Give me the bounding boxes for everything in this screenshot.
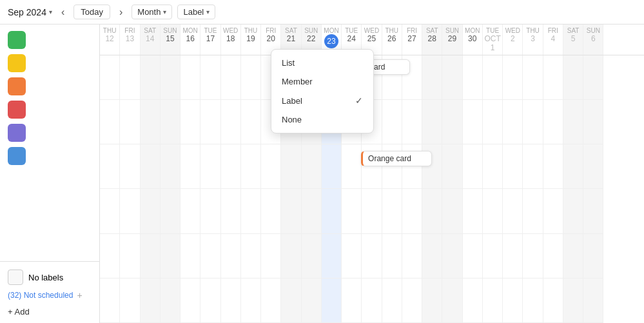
grid-cell[interactable] [563, 234, 583, 279]
grid-cell[interactable] [583, 189, 603, 233]
grid-cell[interactable] [100, 144, 120, 189]
label-item[interactable] [8, 54, 92, 72]
label-item[interactable] [8, 124, 92, 142]
grid-cell[interactable] [503, 279, 523, 323]
grid-cell[interactable] [181, 55, 200, 100]
grid-cell[interactable] [503, 100, 523, 144]
grid-cell[interactable] [342, 279, 362, 323]
grid-cell[interactable] [503, 234, 523, 279]
grid-cell[interactable] [322, 279, 342, 323]
grid-cell[interactable] [382, 189, 402, 233]
grid-cell[interactable] [463, 234, 483, 279]
grid-cell[interactable] [463, 144, 483, 189]
grid-cell[interactable] [362, 279, 382, 323]
grid-cell[interactable] [181, 279, 200, 323]
dropdown-item[interactable]: Member [271, 72, 373, 91]
grid-cell[interactable] [221, 144, 241, 189]
grid-cell[interactable] [442, 100, 462, 144]
label-item[interactable] [8, 101, 92, 119]
grid-cell[interactable] [503, 55, 523, 100]
event-card[interactable]: Orange card [361, 151, 432, 166]
grid-cell[interactable] [382, 279, 402, 323]
grid-cell[interactable] [161, 279, 181, 323]
grid-cell[interactable] [181, 234, 200, 279]
grid-cell[interactable] [543, 234, 563, 279]
grid-cell[interactable] [583, 234, 603, 279]
grid-cell[interactable] [100, 279, 120, 323]
grid-cell[interactable] [200, 55, 220, 100]
grid-cell[interactable] [181, 189, 200, 233]
grid-cell[interactable] [563, 100, 583, 144]
grid-cell[interactable] [221, 55, 241, 100]
grid-cell[interactable] [261, 144, 281, 189]
grid-cell[interactable] [463, 100, 483, 144]
label-item[interactable] [8, 147, 92, 165]
grid-cell[interactable] [382, 100, 402, 144]
grid-cell[interactable] [161, 55, 181, 100]
grid-cell[interactable] [281, 189, 301, 233]
grid-cell[interactable] [523, 144, 543, 189]
grid-cell[interactable] [241, 100, 261, 144]
label-item[interactable] [8, 77, 92, 95]
grid-cell[interactable] [281, 234, 301, 279]
grid-cell[interactable] [200, 189, 220, 233]
grid-cell[interactable] [342, 234, 362, 279]
grid-cell[interactable] [543, 100, 563, 144]
grid-cell[interactable] [120, 234, 140, 279]
grid-cell[interactable] [583, 279, 603, 323]
grid-cell[interactable] [483, 279, 503, 323]
grid-cell[interactable] [523, 189, 543, 233]
grid-cell[interactable] [100, 100, 120, 144]
grid-cell[interactable] [483, 189, 503, 233]
grid-cell[interactable] [422, 234, 442, 279]
dropdown-item[interactable]: List [271, 54, 373, 72]
grid-cell[interactable] [322, 234, 342, 279]
next-button[interactable]: › [115, 6, 126, 19]
grid-cell[interactable] [261, 234, 281, 279]
grid-cell[interactable] [261, 189, 281, 233]
dropdown-item[interactable]: None [271, 110, 373, 129]
grid-cell[interactable] [442, 55, 462, 100]
grid-cell[interactable] [100, 189, 120, 233]
grid-cell[interactable] [200, 279, 220, 323]
grid-cell[interactable] [422, 55, 442, 100]
grid-cell[interactable] [161, 189, 181, 233]
grid-cell[interactable] [322, 144, 342, 189]
grid-cell[interactable] [483, 100, 503, 144]
grid-cell[interactable] [221, 234, 241, 279]
grid-cell[interactable] [141, 144, 161, 189]
grid-cell[interactable] [120, 55, 140, 100]
grid-cell[interactable] [523, 55, 543, 100]
add-button[interactable]: + Add [8, 303, 30, 318]
grid-cell[interactable] [100, 234, 120, 279]
grid-cell[interactable] [563, 189, 583, 233]
grid-cell[interactable] [141, 189, 161, 233]
grid-cell[interactable] [342, 189, 362, 233]
grid-cell[interactable] [161, 234, 181, 279]
grid-cell[interactable] [442, 234, 462, 279]
grid-cell[interactable] [583, 144, 603, 189]
grid-cell[interactable] [503, 189, 523, 233]
grid-cell[interactable] [402, 234, 422, 279]
grid-cell[interactable] [442, 144, 462, 189]
grid-cell[interactable] [483, 144, 503, 189]
grid-cell[interactable] [221, 100, 241, 144]
grid-cell[interactable] [120, 189, 140, 233]
grid-cell[interactable] [422, 100, 442, 144]
grid-cell[interactable] [200, 234, 220, 279]
month-button[interactable]: Month ▾ [132, 5, 172, 19]
grid-cell[interactable] [483, 55, 503, 100]
grid-cell[interactable] [362, 234, 382, 279]
grid-cell[interactable] [261, 279, 281, 323]
grid-cell[interactable] [100, 55, 120, 100]
dropdown-item[interactable]: Label✓ [271, 91, 373, 110]
grid-cell[interactable] [442, 279, 462, 323]
grid-cell[interactable] [583, 55, 603, 100]
grid-cell[interactable] [141, 279, 161, 323]
grid-cell[interactable] [483, 234, 503, 279]
grid-cell[interactable] [120, 100, 140, 144]
grid-cell[interactable] [241, 144, 261, 189]
grid-cell[interactable] [583, 100, 603, 144]
grid-cell[interactable] [161, 100, 181, 144]
grid-cell[interactable] [563, 55, 583, 100]
